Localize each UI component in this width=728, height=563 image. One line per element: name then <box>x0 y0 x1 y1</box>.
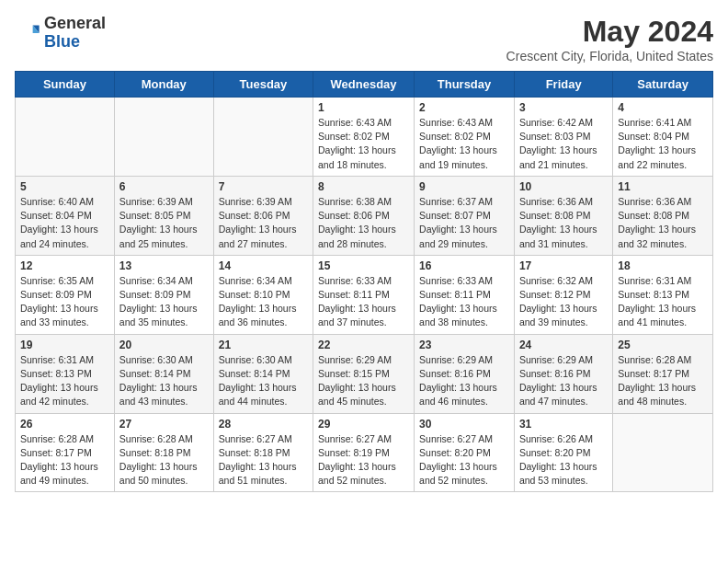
calendar-cell: 2Sunrise: 6:43 AM Sunset: 8:02 PM Daylig… <box>415 98 515 177</box>
calendar-cell: 11Sunrise: 6:36 AM Sunset: 8:08 PM Dayli… <box>613 176 713 255</box>
day-info: Sunrise: 6:43 AM Sunset: 8:02 PM Dayligh… <box>419 116 509 172</box>
day-number: 16 <box>419 259 509 272</box>
day-info: Sunrise: 6:28 AM Sunset: 8:17 PM Dayligh… <box>20 432 109 488</box>
calendar-cell: 23Sunrise: 6:29 AM Sunset: 8:16 PM Dayli… <box>415 334 515 413</box>
calendar-header-sunday: Sunday <box>16 72 115 98</box>
calendar-cell: 25Sunrise: 6:28 AM Sunset: 8:17 PM Dayli… <box>613 334 713 413</box>
calendar-cell: 6Sunrise: 6:39 AM Sunset: 8:05 PM Daylig… <box>114 176 213 255</box>
calendar-cell: 8Sunrise: 6:38 AM Sunset: 8:06 PM Daylig… <box>313 176 415 255</box>
calendar-cell: 27Sunrise: 6:28 AM Sunset: 8:18 PM Dayli… <box>114 413 213 492</box>
day-number: 31 <box>519 418 608 431</box>
calendar-cell: 19Sunrise: 6:31 AM Sunset: 8:13 PM Dayli… <box>16 334 115 413</box>
calendar-header-wednesday: Wednesday <box>313 72 415 98</box>
day-number: 5 <box>20 180 109 193</box>
day-info: Sunrise: 6:33 AM Sunset: 8:11 PM Dayligh… <box>318 274 409 330</box>
calendar-cell: 1Sunrise: 6:43 AM Sunset: 8:02 PM Daylig… <box>313 98 415 177</box>
day-info: Sunrise: 6:31 AM Sunset: 8:13 PM Dayligh… <box>20 353 109 409</box>
day-number: 7 <box>219 180 308 193</box>
calendar-cell <box>213 98 313 177</box>
day-number: 22 <box>318 339 409 351</box>
day-info: Sunrise: 6:29 AM Sunset: 8:15 PM Dayligh… <box>318 353 409 409</box>
location: Crescent City, Florida, United States <box>506 49 713 63</box>
day-number: 10 <box>519 180 608 193</box>
calendar-cell: 7Sunrise: 6:39 AM Sunset: 8:06 PM Daylig… <box>213 176 313 255</box>
calendar-cell: 14Sunrise: 6:34 AM Sunset: 8:10 PM Dayli… <box>213 255 313 334</box>
calendar-week-row: 5Sunrise: 6:40 AM Sunset: 8:04 PM Daylig… <box>16 176 713 255</box>
day-info: Sunrise: 6:26 AM Sunset: 8:20 PM Dayligh… <box>519 432 608 488</box>
day-info: Sunrise: 6:27 AM Sunset: 8:18 PM Dayligh… <box>219 432 308 488</box>
calendar-cell: 5Sunrise: 6:40 AM Sunset: 8:04 PM Daylig… <box>16 176 115 255</box>
day-info: Sunrise: 6:39 AM Sunset: 8:05 PM Dayligh… <box>119 195 209 251</box>
day-info: Sunrise: 6:32 AM Sunset: 8:12 PM Dayligh… <box>519 274 608 330</box>
calendar-cell: 13Sunrise: 6:34 AM Sunset: 8:09 PM Dayli… <box>114 255 213 334</box>
day-number: 15 <box>318 259 409 272</box>
calendar-cell: 21Sunrise: 6:30 AM Sunset: 8:14 PM Dayli… <box>213 334 313 413</box>
calendar-cell <box>16 98 115 177</box>
calendar-cell: 29Sunrise: 6:27 AM Sunset: 8:19 PM Dayli… <box>313 413 415 492</box>
month-title: May 2024 <box>506 15 713 49</box>
calendar-week-row: 26Sunrise: 6:28 AM Sunset: 8:17 PM Dayli… <box>16 413 713 492</box>
day-info: Sunrise: 6:31 AM Sunset: 8:13 PM Dayligh… <box>618 274 708 330</box>
calendar-cell <box>613 413 713 492</box>
calendar-header-saturday: Saturday <box>613 72 713 98</box>
title-block: May 2024 Crescent City, Florida, United … <box>506 15 713 63</box>
day-info: Sunrise: 6:41 AM Sunset: 8:04 PM Dayligh… <box>618 116 708 172</box>
day-number: 17 <box>519 259 608 272</box>
day-info: Sunrise: 6:36 AM Sunset: 8:08 PM Dayligh… <box>618 195 708 251</box>
calendar-cell: 26Sunrise: 6:28 AM Sunset: 8:17 PM Dayli… <box>16 413 115 492</box>
day-info: Sunrise: 6:34 AM Sunset: 8:09 PM Dayligh… <box>119 274 209 330</box>
calendar-header-friday: Friday <box>514 72 612 98</box>
day-number: 13 <box>119 259 209 272</box>
day-number: 24 <box>519 339 608 351</box>
calendar-header-thursday: Thursday <box>415 72 515 98</box>
page-header: General Blue May 2024 Crescent City, Flo… <box>15 15 713 63</box>
calendar-cell: 20Sunrise: 6:30 AM Sunset: 8:14 PM Dayli… <box>114 334 213 413</box>
day-number: 14 <box>219 259 308 272</box>
day-info: Sunrise: 6:29 AM Sunset: 8:16 PM Dayligh… <box>419 353 509 409</box>
calendar-cell: 31Sunrise: 6:26 AM Sunset: 8:20 PM Dayli… <box>514 413 612 492</box>
calendar-cell: 30Sunrise: 6:27 AM Sunset: 8:20 PM Dayli… <box>415 413 515 492</box>
calendar-cell: 10Sunrise: 6:36 AM Sunset: 8:08 PM Dayli… <box>514 176 612 255</box>
day-number: 26 <box>20 418 109 431</box>
calendar-cell: 4Sunrise: 6:41 AM Sunset: 8:04 PM Daylig… <box>613 98 713 177</box>
day-info: Sunrise: 6:28 AM Sunset: 8:18 PM Dayligh… <box>119 432 209 488</box>
calendar-cell: 3Sunrise: 6:42 AM Sunset: 8:03 PM Daylig… <box>514 98 612 177</box>
calendar-header-tuesday: Tuesday <box>213 72 313 98</box>
day-number: 30 <box>419 418 509 431</box>
day-number: 12 <box>20 259 109 272</box>
day-number: 6 <box>119 180 209 193</box>
calendar-cell: 16Sunrise: 6:33 AM Sunset: 8:11 PM Dayli… <box>415 255 515 334</box>
day-number: 23 <box>419 339 509 351</box>
day-number: 2 <box>419 101 509 114</box>
day-info: Sunrise: 6:40 AM Sunset: 8:04 PM Dayligh… <box>20 195 109 251</box>
day-info: Sunrise: 6:30 AM Sunset: 8:14 PM Dayligh… <box>219 353 308 409</box>
day-info: Sunrise: 6:37 AM Sunset: 8:07 PM Dayligh… <box>419 195 509 251</box>
logo: General Blue <box>15 15 106 52</box>
day-info: Sunrise: 6:38 AM Sunset: 8:06 PM Dayligh… <box>318 195 409 251</box>
day-info: Sunrise: 6:36 AM Sunset: 8:08 PM Dayligh… <box>519 195 608 251</box>
day-number: 20 <box>119 339 209 351</box>
calendar-week-row: 12Sunrise: 6:35 AM Sunset: 8:09 PM Dayli… <box>16 255 713 334</box>
day-number: 21 <box>219 339 308 351</box>
day-number: 19 <box>20 339 109 351</box>
day-number: 8 <box>318 180 409 193</box>
day-number: 4 <box>618 101 708 114</box>
day-number: 27 <box>119 418 209 431</box>
calendar-cell: 22Sunrise: 6:29 AM Sunset: 8:15 PM Dayli… <box>313 334 415 413</box>
calendar-week-row: 19Sunrise: 6:31 AM Sunset: 8:13 PM Dayli… <box>16 334 713 413</box>
calendar-cell: 9Sunrise: 6:37 AM Sunset: 8:07 PM Daylig… <box>415 176 515 255</box>
calendar-week-row: 1Sunrise: 6:43 AM Sunset: 8:02 PM Daylig… <box>16 98 713 177</box>
day-number: 3 <box>519 101 608 114</box>
day-number: 18 <box>618 259 708 272</box>
calendar-cell: 28Sunrise: 6:27 AM Sunset: 8:18 PM Dayli… <box>213 413 313 492</box>
day-number: 11 <box>618 180 708 193</box>
logo-general: General <box>44 15 106 33</box>
day-info: Sunrise: 6:35 AM Sunset: 8:09 PM Dayligh… <box>20 274 109 330</box>
calendar-cell: 12Sunrise: 6:35 AM Sunset: 8:09 PM Dayli… <box>16 255 115 334</box>
calendar-cell: 15Sunrise: 6:33 AM Sunset: 8:11 PM Dayli… <box>313 255 415 334</box>
logo-text: General Blue <box>44 15 106 52</box>
day-info: Sunrise: 6:34 AM Sunset: 8:10 PM Dayligh… <box>219 274 308 330</box>
day-info: Sunrise: 6:42 AM Sunset: 8:03 PM Dayligh… <box>519 116 608 172</box>
day-info: Sunrise: 6:27 AM Sunset: 8:20 PM Dayligh… <box>419 432 509 488</box>
day-info: Sunrise: 6:33 AM Sunset: 8:11 PM Dayligh… <box>419 274 509 330</box>
